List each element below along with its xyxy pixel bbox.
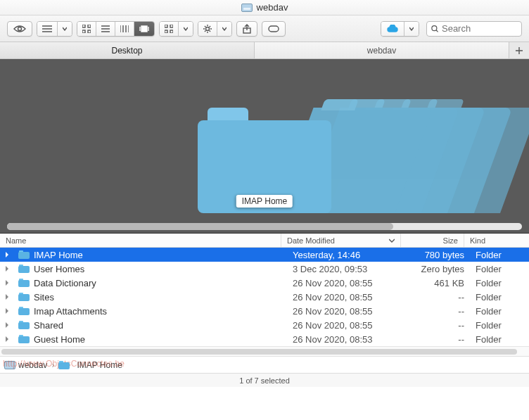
view-coverflow[interactable] [134,22,154,36]
cell-size: Zero bytes [407,264,470,274]
action-menu[interactable] [217,22,231,36]
file-name: User Homes [34,264,84,274]
coverflow-preview: IMAP Home [0,59,529,234]
tags-button[interactable] [262,21,286,37]
svg-rect-8 [165,30,167,33]
coverflow-focused-label: IMAP Home [236,195,293,208]
cell-kind: Folder [470,334,519,345]
disclosure-triangle-icon[interactable] [3,265,11,273]
path-item-root[interactable]: webdav [4,360,47,370]
list-header: Name Date Modified Size Kind [0,234,529,248]
folder-icon [18,250,30,259]
disclosure-triangle-icon[interactable] [3,293,11,301]
file-name: IMAP Home [34,250,83,260]
view-list[interactable] [96,22,115,36]
path-label: webdav [18,360,47,370]
svg-point-0 [18,27,22,30]
toolbar [0,15,529,42]
cell-name: Guest Home [13,334,287,345]
quicklook-button[interactable] [7,21,32,37]
path-item-folder[interactable]: IMAP Home [58,360,122,370]
cell-kind: Folder [470,278,519,288]
network-disk-icon [241,4,253,12]
table-row[interactable]: Data Dictionary26 Nov 2020, 08:55461 KBF… [0,276,529,290]
cell-date: 26 Nov 2020, 08:53 [287,334,407,345]
file-name: Guest Home [34,334,85,345]
coverflow-scrollbar[interactable] [0,223,529,233]
file-name: Data Dictionary [34,278,96,288]
table-row[interactable]: Sites26 Nov 2020, 08:55--Folder [0,290,529,304]
horizontal-scrollbar[interactable] [0,346,529,356]
cell-name: Sites [13,292,287,303]
search-input[interactable] [442,23,517,34]
svg-rect-3 [82,30,85,33]
path-label: IMAP Home [77,360,122,370]
folder-icon [18,335,30,343]
svg-rect-6 [165,25,167,27]
column-size[interactable]: Size [401,234,464,247]
svg-rect-1 [82,25,85,27]
folder-icon [18,265,30,273]
network-disk-icon [4,361,15,369]
cell-size: -- [407,320,470,331]
coverflow-canvas[interactable]: IMAP Home [0,59,529,223]
column-name[interactable]: Name [0,234,281,247]
tag-icon [268,25,279,32]
icloud-menu[interactable] [381,21,419,37]
search-field[interactable] [426,21,523,37]
share-button[interactable] [236,21,257,37]
cell-size: -- [407,334,470,345]
cell-date: 26 Nov 2020, 08:55 [287,320,407,331]
action-gear-button[interactable] [198,22,217,36]
folder-icon [18,293,30,301]
list-style-menu[interactable] [58,22,72,36]
new-tab-button[interactable] [509,42,529,58]
tab-desktop[interactable]: Desktop [0,42,255,58]
cell-size: 461 KB [407,278,470,288]
group-segment [37,21,72,37]
disclosure-triangle-icon[interactable] [3,321,11,329]
cell-name: Imap Attachments [13,306,287,317]
folder-icon [18,307,30,315]
table-row[interactable]: IMAP HomeYesterday, 14:46780 bytesFolder [0,248,529,262]
table-row[interactable]: Guest Home26 Nov 2020, 08:53--Folder [0,332,529,346]
svg-rect-7 [170,25,173,27]
cell-date: 26 Nov 2020, 08:55 [287,278,407,288]
disclosure-triangle-icon[interactable] [3,307,11,315]
arrange-menu[interactable] [179,22,193,36]
arrange-button[interactable] [160,22,179,36]
cell-kind: Folder [470,292,519,303]
svg-rect-5 [141,26,147,32]
folder-icon [18,279,30,287]
view-mode-segment [77,21,155,37]
svg-rect-4 [88,30,91,33]
cell-date: 26 Nov 2020, 08:55 [287,306,407,317]
cell-kind: Folder [470,320,519,331]
list-style-button[interactable] [37,22,58,36]
disclosure-triangle-icon[interactable] [3,335,11,343]
share-icon [243,24,251,34]
view-columns[interactable] [115,22,134,36]
tabbar: Desktop webdav [0,42,529,59]
file-list: IMAP HomeYesterday, 14:46780 bytesFolder… [0,248,529,346]
column-date-modified[interactable]: Date Modified [281,234,401,247]
disclosure-triangle-icon[interactable] [3,250,11,259]
svg-rect-9 [170,30,173,33]
sort-indicator-icon [389,238,395,243]
window-title: webdav [257,2,288,13]
file-name: Sites [34,292,54,303]
cell-name: User Homes [13,264,287,274]
table-row[interactable]: Shared26 Nov 2020, 08:55--Folder [0,318,529,332]
tab-webdav[interactable]: webdav [255,42,509,58]
disclosure-triangle-icon[interactable] [3,279,11,287]
view-icon-grid[interactable] [77,22,96,36]
file-name: Shared [34,320,63,331]
plus-icon [516,47,523,54]
column-kind[interactable]: Kind [464,234,514,247]
path-bar: http://www.ObjetsConnectes.be webdav › I… [0,356,529,373]
cell-size: -- [407,292,470,303]
svg-rect-12 [269,26,279,32]
table-row[interactable]: User Homes3 Dec 2020, 09:53Zero bytesFol… [0,262,529,276]
cell-name: Shared [13,320,287,331]
table-row[interactable]: Imap Attachments26 Nov 2020, 08:55--Fold… [0,304,529,318]
